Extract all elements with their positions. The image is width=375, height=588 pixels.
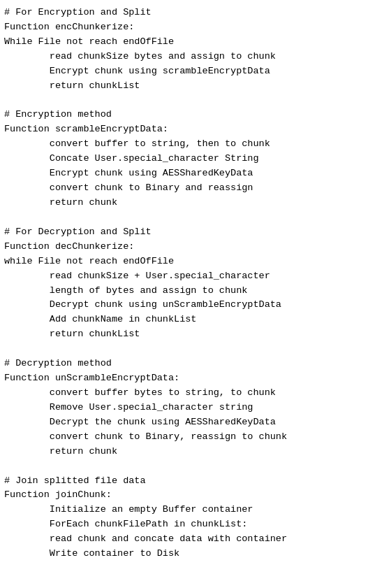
code-line: Encrypt chunk using AESSharedKeyData [4,166,371,181]
code-line: return chunk [4,445,371,459]
code-line: return chunkList [4,79,371,94]
code-line: ForEach chunkFilePath in chunkList: [4,517,371,532]
code-line: Function encChunkerize: [4,20,371,35]
code-line: read chunk and concate data with contain… [4,532,371,547]
code-line: Encrypt chunk using scrambleEncryptData [4,64,371,79]
code-line: # Decryption method [4,357,371,371]
code-line: read chunkSize + User.special_character [4,269,371,284]
code-line: length of bytes and assign to chunk [4,284,371,299]
code-line: # For Decryption and Split [4,225,371,240]
code-line: # For Encryption and Split [4,6,371,20]
code-line [4,94,371,108]
code-line: Remove User.special_character string [4,401,371,415]
code-line: convert buffer bytes to string, to chunk [4,386,371,401]
code-line: Concate User.special_character String [4,152,371,166]
code-line: Decrypt chunk using unScrambleEncryptDat… [4,298,371,313]
code-line: Add chunkName in chunkList [4,313,371,327]
code-line: # Encryption method [4,108,371,122]
code-line: Function joinChunk: [4,488,371,503]
code-line: convert chunk to Binary, reassign to chu… [4,430,371,445]
code-line [4,342,371,357]
code-line: Initialize an empty Buffer container [4,503,371,517]
code-line: read chunkSize bytes and assign to chunk [4,50,371,64]
code-line: return chunkList [4,327,371,342]
code-line: return chunk [4,196,371,210]
code-line: convert chunk to Binary and reassign [4,181,371,196]
code-line [4,210,371,225]
code-line: While File not reach endOfFile [4,35,371,50]
code-line [4,459,371,474]
code-line: Function scrambleEncryptData: [4,122,371,137]
code-line: while File not reach endOfFile [4,254,371,269]
code-line: convert buffer to string, then to chunk [4,137,371,152]
code-line: Decrypt the chunk using AESSharedKeyData [4,415,371,430]
code-line: Function unScrambleEncryptData: [4,371,371,386]
code-line: # Join splitted file data [4,474,371,489]
code-line: Function decChunkerize: [4,240,371,254]
code-display: # For Encryption and SplitFunction encCh… [4,6,371,561]
code-line: Write container to Disk [4,547,371,561]
